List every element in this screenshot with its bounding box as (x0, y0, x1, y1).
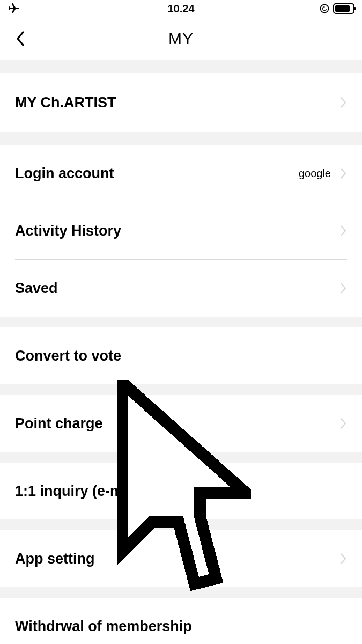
menu-label: 1:1 inquiry (e-mail) (15, 483, 144, 500)
menu-label: Withdrwal of membership (15, 618, 192, 635)
section-divider (0, 384, 362, 395)
section-divider (0, 452, 362, 463)
chevron-left-icon (15, 31, 26, 47)
menu-convert-to-vote[interactable]: Convert to vote (0, 327, 362, 384)
chevron-right-icon (339, 282, 347, 294)
rotation-lock-icon (319, 3, 330, 14)
page-title: MY (168, 30, 194, 48)
menu-activity-history[interactable]: Activity History (0, 202, 362, 259)
chevron-right-icon (339, 167, 347, 179)
menu-label: Convert to vote (15, 348, 121, 364)
menu-my-artist[interactable]: MY Ch.ARTIST (0, 73, 362, 132)
section-divider (0, 60, 362, 73)
section-divider (0, 317, 362, 327)
status-time: 10.24 (167, 3, 194, 15)
menu-login-account[interactable]: Login account google (0, 145, 362, 202)
menu-withdrawal[interactable]: Withdrwal of membership (0, 598, 362, 644)
menu-label: Point charge (15, 415, 103, 432)
menu-app-setting[interactable]: App setting (0, 530, 362, 587)
menu-inquiry[interactable]: 1:1 inquiry (e-mail) (0, 463, 362, 519)
menu-label: MY Ch.ARTIST (15, 94, 116, 111)
battery-icon (333, 3, 354, 14)
svg-point-0 (321, 5, 329, 13)
chevron-right-icon (339, 553, 347, 565)
menu-point-charge[interactable]: Point charge (0, 395, 362, 452)
page-header: MY (0, 17, 362, 60)
menu-label: App setting (15, 551, 95, 567)
menu-label: Saved (15, 280, 58, 297)
menu-value: google (299, 167, 331, 180)
status-left (8, 2, 20, 15)
status-bar: 10.24 (0, 0, 362, 17)
section-divider (0, 519, 362, 530)
menu-label: Login account (15, 165, 114, 182)
chevron-right-icon (339, 97, 347, 108)
chevron-right-icon (339, 418, 347, 429)
menu-saved[interactable]: Saved (0, 260, 362, 317)
section-divider (0, 132, 362, 145)
section-divider (0, 587, 362, 598)
airplane-mode-icon (8, 2, 20, 15)
status-right (319, 3, 354, 14)
menu-label: Activity History (15, 223, 121, 239)
chevron-right-icon (339, 225, 347, 237)
back-button[interactable] (10, 28, 31, 49)
